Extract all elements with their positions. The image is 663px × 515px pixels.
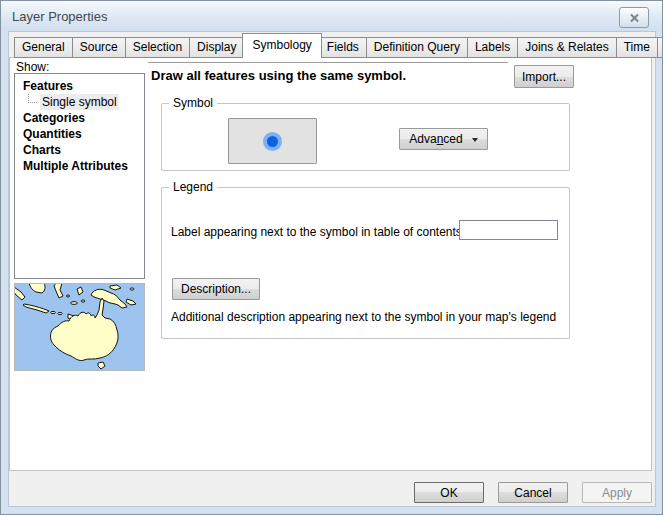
map-preview	[14, 283, 145, 371]
tree-item-single-symbol[interactable]: Single symbol	[15, 94, 144, 110]
tab-definition-query[interactable]: Definition Query	[367, 37, 468, 58]
tree-item-quantities[interactable]: Quantities	[15, 126, 144, 142]
tab-joins-relates[interactable]: Joins & Relates	[518, 37, 616, 58]
tree-item-charts[interactable]: Charts	[15, 142, 144, 158]
apply-button[interactable]: Apply	[582, 482, 652, 503]
header-separator	[148, 62, 508, 64]
close-button[interactable]	[619, 7, 649, 28]
tab-source[interactable]: Source	[73, 37, 126, 58]
dropdown-arrow-icon	[472, 138, 478, 145]
method-description: Draw all features using the same symbol.	[151, 68, 406, 83]
toc-label-caption: Label appearing next to the symbol in ta…	[171, 225, 465, 239]
tab-html-popup[interactable]: HTML Popup	[658, 37, 663, 58]
toc-label-input[interactable]	[459, 220, 558, 240]
tree-item-label-selected: Single symbol	[40, 94, 119, 110]
point-symbol-icon	[263, 132, 282, 151]
symbol-group-title: Symbol	[169, 96, 217, 110]
show-label: Show:	[16, 60, 49, 74]
tree-item-features[interactable]: Features	[15, 78, 144, 94]
description-button[interactable]: Description...	[172, 278, 260, 300]
tree-elbow-icon	[28, 94, 37, 103]
tab-labels[interactable]: Labels	[468, 37, 518, 58]
tab-fields[interactable]: Fields	[320, 37, 367, 58]
tab-display[interactable]: Display	[190, 37, 244, 58]
symbol-groupbox: Symbol	[161, 103, 570, 171]
advanced-dropdown-button[interactable]: Advanced	[399, 128, 488, 150]
symbol-preview-button[interactable]	[228, 118, 317, 164]
tab-symbology[interactable]: Symbology	[242, 33, 321, 58]
window-title: Layer Properties	[12, 9, 107, 24]
ok-button[interactable]: OK	[414, 482, 484, 503]
layer-properties-dialog: Layer Properties General Source Selectio…	[0, 0, 663, 515]
tab-selection[interactable]: Selection	[126, 37, 190, 58]
cancel-button[interactable]: Cancel	[498, 482, 568, 503]
titlebar[interactable]: Layer Properties	[1, 1, 662, 31]
tree-item-multiple-attributes[interactable]: Multiple Attributes	[15, 158, 144, 174]
tab-general[interactable]: General	[14, 37, 73, 58]
tab-time[interactable]: Time	[617, 37, 658, 58]
tree-item-categories[interactable]: Categories	[15, 110, 144, 126]
legend-group-title: Legend	[169, 180, 217, 194]
additional-description-caption: Additional description appearing next to…	[171, 310, 556, 324]
tab-strip: General Source Selection Display Symbolo…	[14, 33, 663, 58]
show-tree: Features Single symbol Categories Quanti…	[14, 73, 145, 279]
close-icon	[629, 13, 640, 23]
import-button[interactable]: Import...	[514, 65, 574, 88]
